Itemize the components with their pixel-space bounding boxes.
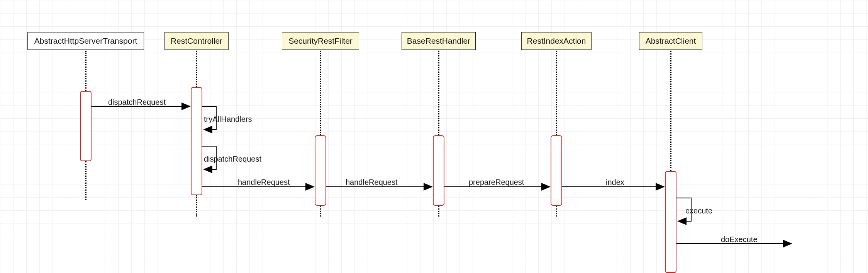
- lifeline: [196, 51, 197, 87]
- participant-label: RestIndexAction: [527, 36, 586, 46]
- participant-label: AbstractHttpServerTransport: [34, 36, 137, 46]
- participant-rest-index-action: RestIndexAction: [521, 32, 592, 50]
- participant-security-rest-filter: SecurityRestFilter: [282, 32, 359, 50]
- message-label: handleRequest: [346, 178, 398, 187]
- participant-base-rest-handler: BaseRestHandler: [402, 32, 476, 50]
- message-label: dispatchRequest: [204, 155, 261, 164]
- message-label: execute: [685, 206, 712, 215]
- lifeline: [320, 51, 321, 135]
- participant-rest-controller: RestController: [164, 32, 229, 50]
- activation-bar: [665, 171, 676, 273]
- lifeline: [438, 206, 439, 217]
- participant-label: RestController: [171, 36, 222, 46]
- participant-label: SecurityRestFilter: [288, 36, 353, 46]
- lifeline: [196, 195, 197, 217]
- activation-bar: [433, 135, 444, 206]
- message-label: handleRequest: [238, 178, 290, 187]
- message-label: prepareRequest: [469, 178, 524, 187]
- participant-label: BaseRestHandler: [407, 36, 471, 46]
- participant-abstract-http-server-transport: AbstractHttpServerTransport: [27, 32, 144, 50]
- message-label: tryAllHandlers: [204, 115, 252, 124]
- lifeline: [556, 206, 557, 217]
- activation-bar: [80, 91, 92, 161]
- lifeline: [438, 51, 439, 135]
- lifeline: [85, 51, 86, 91]
- lifeline: [670, 51, 671, 171]
- lifeline: [556, 51, 557, 135]
- message-label: doExecute: [721, 235, 758, 244]
- activation-bar: [315, 135, 326, 206]
- lifeline: [85, 161, 86, 200]
- participant-abstract-client: AbstractClient: [639, 32, 702, 50]
- activation-bar: [551, 135, 562, 206]
- message-label: index: [606, 178, 624, 187]
- participant-label: AbstractClient: [646, 36, 696, 46]
- message-label: dispatchRequest: [108, 98, 166, 107]
- activation-bar: [191, 87, 202, 195]
- lifeline: [320, 206, 321, 217]
